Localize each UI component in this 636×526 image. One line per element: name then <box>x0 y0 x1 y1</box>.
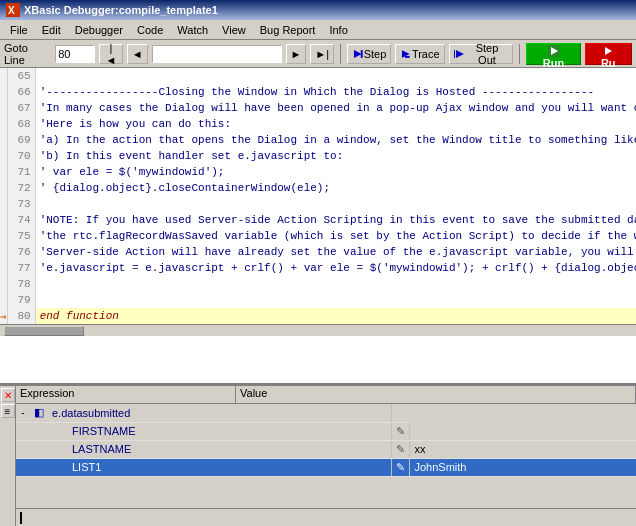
line-content: 'Server-side Action will have already se… <box>35 244 636 260</box>
line-num: 69 <box>7 132 35 148</box>
code-line-66[interactable]: 66'-----------------Closing the Window i… <box>0 84 636 100</box>
code-line-77[interactable]: 77'e.javascript = e.javascript + crlf() … <box>0 260 636 276</box>
watch-table: -◧e.datasubmittedFIRSTNAME✎LASTNAME✎xxLI… <box>16 404 636 477</box>
line-num: 66 <box>7 84 35 100</box>
line-num: 74 <box>7 212 35 228</box>
line-num: 76 <box>7 244 35 260</box>
nav-start-button[interactable]: |◄ <box>99 44 123 64</box>
run-button[interactable]: Run <box>526 43 580 65</box>
watch-left-icons: ✕ ≡ <box>0 386 16 526</box>
watch-child-row[interactable]: LIST1✎JohnSmith <box>16 458 636 476</box>
horizontal-scrollbar[interactable] <box>0 324 636 336</box>
hscroll-thumb[interactable] <box>4 326 84 336</box>
code-line-72[interactable]: 72' {dialog.object}.closeContainerWindow… <box>0 180 636 196</box>
code-line-76[interactable]: 76'Server-side Action will have already … <box>0 244 636 260</box>
watch-row-main[interactable]: -◧e.datasubmitted <box>16 404 636 422</box>
watch-child-value: JohnSmith <box>410 458 636 476</box>
line-content: ' var ele = $('mywindowid'); <box>35 164 636 180</box>
code-line-78[interactable]: 78 <box>0 276 636 292</box>
menu-watch[interactable]: Watch <box>171 22 214 38</box>
menu-info[interactable]: Info <box>323 22 353 38</box>
arrow-78 <box>0 276 7 292</box>
arrow-71 <box>0 164 7 180</box>
watch-row-icon: ◧ <box>30 404 48 422</box>
svg-marker-2 <box>354 50 362 58</box>
watch-value <box>392 404 410 422</box>
line-content: ' {dialog.object}.closeContainerWindow(e… <box>35 180 636 196</box>
arrow-68 <box>0 116 7 132</box>
watch-child-key: FIRSTNAME <box>48 422 392 440</box>
line-num: 78 <box>7 276 35 292</box>
nav-end-button[interactable]: ►| <box>310 44 334 64</box>
code-line-67[interactable]: 67'In many cases the Dialog will have be… <box>0 100 636 116</box>
watch-delete-icon[interactable]: ✕ <box>1 388 15 402</box>
arrow-80: ⇒ <box>0 308 7 324</box>
code-line-73[interactable]: 73 <box>0 196 636 212</box>
run2-button[interactable]: Ru <box>585 43 632 65</box>
menu-file[interactable]: File <box>4 22 34 38</box>
line-num: 65 <box>7 68 35 84</box>
code-line-75[interactable]: 75'the rtc.flagRecordWasSaved variable (… <box>0 228 636 244</box>
text-cursor <box>20 512 22 524</box>
menu-edit[interactable]: Edit <box>36 22 67 38</box>
svg-text:X: X <box>8 5 15 16</box>
expand-icon[interactable]: - <box>16 404 30 422</box>
code-line-65[interactable]: 65 <box>0 68 636 84</box>
watch-expand-icon[interactable]: ≡ <box>1 404 15 418</box>
watch-expression: e.datasubmitted <box>48 404 392 422</box>
watch-edit-icon[interactable]: ✎ <box>392 422 410 440</box>
watch-child-row[interactable]: FIRSTNAME✎ <box>16 422 636 440</box>
menu-code[interactable]: Code <box>131 22 169 38</box>
nav-next-button[interactable]: ► <box>286 44 307 64</box>
arrow-76 <box>0 244 7 260</box>
step-button[interactable]: Step <box>347 44 391 64</box>
watch-child-value: xx <box>410 440 636 458</box>
arrow-73 <box>0 196 7 212</box>
watch-child-row[interactable]: LASTNAME✎xx <box>16 440 636 458</box>
code-line-74[interactable]: 74'NOTE: If you have used Server-side Ac… <box>0 212 636 228</box>
trace-button[interactable]: Trace <box>395 44 444 64</box>
toolbar-sep-2 <box>519 44 520 64</box>
step-out-button[interactable]: Step Out <box>449 44 514 64</box>
arrow-75 <box>0 228 7 244</box>
line-num: 79 <box>7 292 35 308</box>
code-line-68[interactable]: 68'Here is how you can do this: <box>0 116 636 132</box>
watch-panel: ✕ ≡ Expression Value -◧e.datasubmittedFI… <box>0 386 636 526</box>
code-line-79[interactable]: 79 <box>0 292 636 308</box>
watch-edit-icon[interactable]: ✎ <box>392 458 410 476</box>
line-num: 73 <box>7 196 35 212</box>
window-title: XBasic Debugger:compile_template1 <box>24 4 218 16</box>
watch-expr-header: Expression <box>16 386 236 403</box>
arrow-79 <box>0 292 7 308</box>
arrow-69 <box>0 132 7 148</box>
line-content: 'a) In the action that opens the Dialog … <box>35 132 636 148</box>
watch-edit-icon[interactable]: ✎ <box>392 440 410 458</box>
line-content: '-----------------Closing the Window in … <box>35 84 636 100</box>
nav-input[interactable] <box>152 45 282 63</box>
menu-view[interactable]: View <box>216 22 252 38</box>
line-content: 'Here is how you can do this: <box>35 116 636 132</box>
code-line-70[interactable]: 70'b) In this event handler set e.javasc… <box>0 148 636 164</box>
nav-prev-button[interactable]: ◄ <box>127 44 148 64</box>
watch-child-value <box>410 422 636 440</box>
watch-header: Expression Value <box>16 386 636 404</box>
menu-bug-report[interactable]: Bug Report <box>254 22 322 38</box>
code-line-80[interactable]: ⇒80end function <box>0 308 636 324</box>
code-line-69[interactable]: 69'a) In the action that opens the Dialo… <box>0 132 636 148</box>
arrow-74 <box>0 212 7 228</box>
line-content: end function <box>35 308 636 324</box>
line-num: 75 <box>7 228 35 244</box>
svg-marker-6 <box>456 50 464 58</box>
goto-input[interactable] <box>55 45 95 63</box>
code-table: 6566'-----------------Closing the Window… <box>0 68 636 324</box>
code-line-71[interactable]: 71' var ele = $('mywindowid'); <box>0 164 636 180</box>
main-area: 6566'-----------------Closing the Window… <box>0 68 636 526</box>
code-editor[interactable]: 6566'-----------------Closing the Window… <box>0 68 636 386</box>
watch-body[interactable]: -◧e.datasubmittedFIRSTNAME✎LASTNAME✎xxLI… <box>16 404 636 508</box>
app-icon: X <box>6 3 20 17</box>
line-num: 77 <box>7 260 35 276</box>
line-content: 'e.javascript = e.javascript + crlf() + … <box>35 260 636 276</box>
arrow-66 <box>0 84 7 100</box>
line-content <box>35 68 636 84</box>
menu-debugger[interactable]: Debugger <box>69 22 129 38</box>
